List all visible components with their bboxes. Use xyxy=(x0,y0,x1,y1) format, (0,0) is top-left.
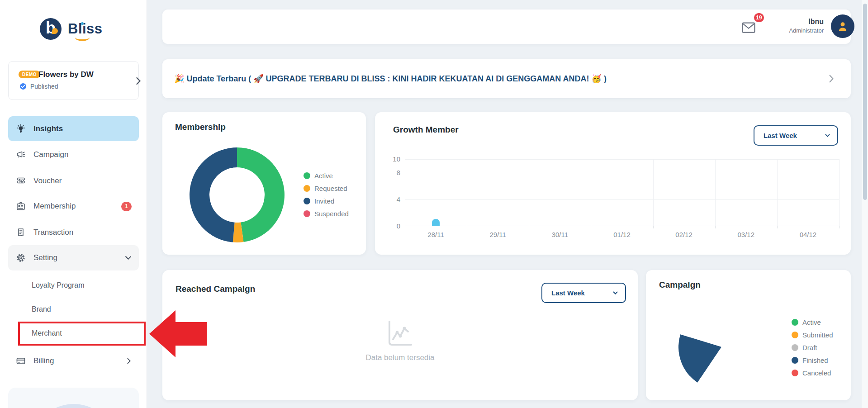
y-tick-label: 0 xyxy=(380,222,400,230)
legend-label: Canceled xyxy=(802,369,831,377)
y-tick-label: 10 xyxy=(380,155,400,163)
legend-label: Active xyxy=(802,318,821,326)
notifications-button[interactable]: 19 xyxy=(740,16,762,38)
legend-label: Submitted xyxy=(802,331,833,339)
demo-badge: DEMO xyxy=(19,71,40,78)
axis-tick xyxy=(839,226,840,228)
empty-chart-icon xyxy=(385,319,415,348)
chevron-down-icon xyxy=(125,256,132,260)
campaign-card: Campaign Active Submitted Draft Finished… xyxy=(646,270,851,400)
legend-item: Active xyxy=(792,316,833,328)
merchant-name: Flowers by DW xyxy=(38,70,94,79)
growth-member-chart xyxy=(405,159,839,226)
axis-tick xyxy=(591,226,591,228)
sidebar-item-insights[interactable]: Insights xyxy=(8,116,139,141)
y-tick-label: 8 xyxy=(380,169,400,176)
x-tick-label: 29/11 xyxy=(467,231,529,238)
membership-legend: Active Requested Invited Suspended xyxy=(304,169,349,220)
legend-dot xyxy=(792,319,798,326)
scrollbar-thumb[interactable] xyxy=(863,4,867,200)
legend-item: Suspended xyxy=(304,207,349,220)
gridline xyxy=(839,159,840,226)
x-tick-label: 28/11 xyxy=(405,231,467,238)
ticket-icon xyxy=(15,176,26,186)
sidebar-item-membership[interactable]: Membership 1 xyxy=(8,195,139,218)
submenu-item-brand[interactable]: Brand xyxy=(8,299,139,320)
chevron-right-icon xyxy=(126,357,132,365)
gridline xyxy=(653,159,654,226)
avatar[interactable] xyxy=(831,14,854,38)
gear-icon xyxy=(15,252,26,263)
gridline xyxy=(405,173,839,173)
legend-dot xyxy=(304,172,310,179)
sidebar-item-campaign[interactable]: Campaign xyxy=(8,143,139,166)
sidebar-item-label: Billing xyxy=(33,356,119,365)
legend-dot xyxy=(792,344,798,351)
legend-label: Suspended xyxy=(314,210,349,218)
gridline xyxy=(777,159,778,226)
app-logo[interactable]: b Bliss xyxy=(40,16,103,42)
axis-tick xyxy=(715,226,716,228)
megaphone-icon xyxy=(15,149,26,160)
membership-count-badge: 1 xyxy=(121,202,132,211)
merchant-switcher-card[interactable]: DEMO Flowers by DW Published xyxy=(8,61,139,100)
x-tick-label: 03/12 xyxy=(715,231,777,238)
sidebar-item-transaction[interactable]: Transaction xyxy=(8,221,139,244)
membership-donut-chart xyxy=(189,147,285,243)
reached-period-select[interactable]: Last Week xyxy=(541,283,626,303)
growth-period-select[interactable]: Last Week xyxy=(754,125,838,146)
submenu-item-loyalty-program[interactable]: Loyalty Program xyxy=(8,275,139,296)
sidebar-item-label: Transaction xyxy=(33,228,132,237)
legend-dot xyxy=(304,198,310,204)
legend-label: Active xyxy=(314,172,333,180)
submenu-label: Loyalty Program xyxy=(32,281,85,289)
axis-tick xyxy=(777,226,778,228)
reached-campaign-card: Reached Campaign Last Week Data belum te… xyxy=(162,270,638,400)
sidebar-promo-card xyxy=(8,388,139,408)
empty-state-text: Data belum tersedia xyxy=(162,353,638,362)
main-content: 19 Ibnu Administrator 🎉 Update Terbaru (… xyxy=(147,0,868,408)
bar-28/11 xyxy=(432,219,440,226)
lightbulb-icon xyxy=(15,123,26,134)
chevron-down-icon xyxy=(825,134,830,138)
legend-dot xyxy=(792,357,798,364)
notification-count-badge: 19 xyxy=(753,12,765,23)
axis-tick xyxy=(467,226,467,228)
scrollbar-track xyxy=(862,0,868,408)
sidebar-item-billing[interactable]: Billing xyxy=(8,349,139,373)
chevron-right-icon xyxy=(135,76,142,86)
x-tick-label: 02/12 xyxy=(653,231,715,238)
axis-tick xyxy=(653,226,654,228)
person-icon xyxy=(836,19,849,33)
legend-item: Finished xyxy=(792,354,833,366)
verified-icon xyxy=(19,83,27,90)
mail-icon xyxy=(740,19,757,36)
legend-item: Requested xyxy=(304,182,349,195)
sidebar-item-label: Campaign xyxy=(33,150,132,159)
sidebar-item-setting[interactable]: Setting xyxy=(8,245,139,270)
gridline xyxy=(591,159,591,226)
campaign-legend: Active Submitted Draft Finished Canceled xyxy=(792,316,833,379)
legend-label: Invited xyxy=(314,197,334,205)
gridline xyxy=(467,159,467,226)
submenu-label: Brand xyxy=(32,305,51,313)
gridline xyxy=(405,199,839,200)
selected-period: Last Week xyxy=(764,132,797,139)
promo-circle-decoration xyxy=(40,404,108,408)
gridline xyxy=(715,159,716,226)
card-title: Membership xyxy=(175,122,226,132)
id-card-icon xyxy=(15,201,26,212)
legend-item: Active xyxy=(304,169,349,182)
sidebar-item-label: Membership xyxy=(33,202,114,211)
user-info: Ibnu Administrator xyxy=(764,16,824,38)
announcement-banner[interactable]: 🎉 Update Terbaru ( 🚀 UPGRADE TERBARU DI … xyxy=(162,59,851,98)
x-tick-label: 01/12 xyxy=(591,231,653,238)
legend-dot xyxy=(304,185,310,192)
credit-card-icon xyxy=(15,356,26,366)
gridline xyxy=(405,159,839,160)
x-tick-label: 30/11 xyxy=(529,231,591,238)
sidebar-item-voucher[interactable]: Voucher xyxy=(8,169,139,193)
submenu-item-merchant[interactable]: Merchant xyxy=(8,323,139,344)
legend-label: Draft xyxy=(802,344,817,351)
axis-tick xyxy=(529,226,529,228)
